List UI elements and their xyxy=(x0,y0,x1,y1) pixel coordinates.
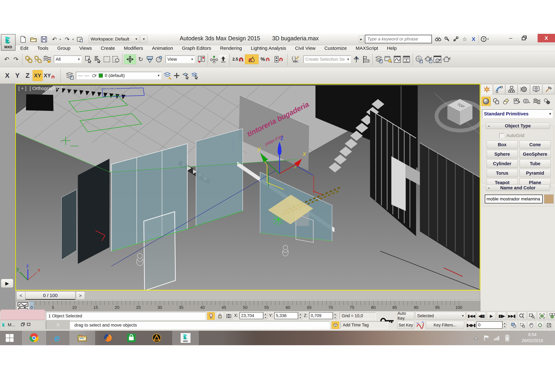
absolute-offset-mode-icon[interactable] xyxy=(225,312,233,320)
window-crossing-toggle-icon[interactable] xyxy=(111,54,121,64)
tab-utilities[interactable] xyxy=(542,84,555,94)
select-and-rotate-icon[interactable]: ↻ xyxy=(136,54,145,64)
manage-layers-icon[interactable] xyxy=(374,54,384,64)
workspace-dropdown[interactable]: Workspace: Default ▾ xyxy=(89,35,139,43)
primitive-button[interactable]: Cone xyxy=(519,141,551,149)
current-frame-field[interactable]: 0 xyxy=(476,321,503,329)
exchange-apps-icon[interactable]: X xyxy=(470,35,477,43)
render-setup-icon[interactable] xyxy=(424,54,433,64)
favorites-star-icon[interactable]: ☆ xyxy=(461,35,469,43)
battery-icon[interactable] xyxy=(503,331,512,345)
listener-close-button[interactable]: X xyxy=(46,320,70,330)
menu-item[interactable]: Group xyxy=(57,45,70,51)
use-pivot-point-center-icon[interactable] xyxy=(197,54,206,64)
redo-dropdown-caret-icon[interactable]: ▾ xyxy=(72,38,74,41)
key-mode-toggle-icon[interactable]: ▮◀▶▮ xyxy=(466,321,475,329)
time-configuration-icon[interactable] xyxy=(510,321,517,329)
keyboard-shortcut-override-icon[interactable] xyxy=(219,54,228,64)
app-menu-button[interactable]: MXD xyxy=(1,34,15,50)
mini-curve-editor-button[interactable] xyxy=(16,302,30,310)
primitive-category-dropdown[interactable]: Standard Primitives ▾ xyxy=(482,109,553,118)
selection-lock-icon[interactable] xyxy=(216,312,224,320)
category-cameras-icon[interactable] xyxy=(512,97,521,106)
y-coord-field[interactable]: 5,336 xyxy=(274,312,298,319)
zoom-extents-all-icon[interactable] xyxy=(548,312,555,320)
primitive-button[interactable]: Tube xyxy=(519,159,551,168)
help-icon[interactable]: ? xyxy=(480,35,488,43)
select-and-move-icon[interactable] xyxy=(124,54,136,64)
previous-key-icon[interactable]: ◀▮▮ xyxy=(477,312,486,320)
project-folder-icon[interactable] xyxy=(76,35,84,43)
angle-snap-toggle-icon[interactable] xyxy=(245,54,258,64)
primitive-button[interactable]: Sphere xyxy=(487,150,518,158)
go-to-end-icon[interactable]: ▶▶▮ xyxy=(507,312,516,320)
select-and-manipulate-icon[interactable] xyxy=(154,54,164,64)
tab-motion[interactable] xyxy=(518,84,530,94)
primitive-button[interactable]: GeoSphere xyxy=(519,150,551,158)
named-selection-sets-dropdown[interactable]: Create Selection Se ▾ xyxy=(303,56,351,63)
curve-editor-icon[interactable] xyxy=(393,54,402,64)
spinner-snap-toggle-icon[interactable] xyxy=(272,54,286,64)
menu-item[interactable]: Views xyxy=(79,45,92,51)
snap-use-axis-constraints-button[interactable]: XY xyxy=(43,70,56,81)
restrict-z-button[interactable]: Z xyxy=(22,70,33,81)
material-editor-icon[interactable] xyxy=(415,54,424,64)
key-filter-selected-dropdown[interactable]: Selected ▾ xyxy=(416,312,466,320)
expand-panel-button[interactable]: ▶ xyxy=(1,279,13,288)
menu-item[interactable]: MAXScript xyxy=(356,45,378,51)
listener-titlebar[interactable]: M... xyxy=(0,320,46,330)
object-type-header[interactable]: - Object Type xyxy=(486,123,550,129)
undo-icon[interactable]: ↶ xyxy=(50,35,58,43)
select-object-icon[interactable] xyxy=(84,54,93,64)
name-color-header[interactable]: - Name and Color xyxy=(486,185,550,191)
viewport-shading-label[interactable]: [ Shaded + Edged Faces ] xyxy=(66,86,121,91)
align-icon[interactable] xyxy=(362,54,371,64)
add-selection-to-layer-icon[interactable] xyxy=(172,71,181,80)
isolate-selection-lightbulb-icon[interactable] xyxy=(207,312,215,320)
undo-scene-icon[interactable]: ↶ xyxy=(2,54,11,64)
communication-center-icon[interactable] xyxy=(452,35,460,43)
previous-frame-button[interactable]: < xyxy=(16,292,25,300)
taskbar-aimp[interactable] xyxy=(146,331,168,345)
taskbar-firefox[interactable] xyxy=(98,331,118,345)
zoom-value-icon[interactable] xyxy=(517,312,526,320)
taskbar-file-explorer[interactable] xyxy=(70,331,95,345)
start-button[interactable] xyxy=(2,331,17,345)
active-layer-dropdown[interactable]: — — 0 (default) ▾ xyxy=(76,72,161,79)
listener-restore-icon[interactable] xyxy=(21,322,25,327)
select-and-manipulate-mode-icon[interactable] xyxy=(210,54,219,64)
search-binoculars-icon[interactable] xyxy=(434,35,442,43)
tab-display[interactable] xyxy=(530,84,542,94)
menu-item[interactable]: Animation xyxy=(152,45,173,51)
create-new-layer-icon[interactable] xyxy=(163,71,172,80)
isolate-selection-toggle-icon[interactable] xyxy=(332,321,339,329)
category-lights-icon[interactable] xyxy=(502,97,511,106)
select-by-name-icon[interactable] xyxy=(93,54,102,64)
menu-item[interactable]: Civil View xyxy=(295,45,315,51)
schematic-view-icon[interactable] xyxy=(402,54,411,64)
rectangular-selection-region-icon[interactable] xyxy=(102,54,111,64)
zoom-horizontal-extents-icon[interactable] xyxy=(527,312,536,320)
layer-manager-icon[interactable] xyxy=(65,71,74,80)
tab-hierarchy[interactable] xyxy=(505,84,518,94)
select-objects-in-layer-icon[interactable] xyxy=(181,71,190,80)
y-spinner[interactable]: ▲▼ xyxy=(298,312,302,319)
listener-macro-pane[interactable] xyxy=(1,309,45,320)
menu-item[interactable]: Modifiers xyxy=(124,45,143,51)
restrict-y-button[interactable]: Y xyxy=(12,70,22,81)
default-in-out-tangents-icon[interactable] xyxy=(416,321,424,329)
taskbar-internet-explorer[interactable]: e xyxy=(47,331,66,345)
z-spinner[interactable]: ▲▼ xyxy=(333,312,337,319)
edit-named-selection-sets-icon[interactable]: { } ABC xyxy=(289,54,302,64)
select-and-link-icon[interactable] xyxy=(24,54,33,64)
new-file-icon[interactable] xyxy=(19,35,27,43)
key-filters-button[interactable]: Key Filters... xyxy=(426,321,464,329)
time-slider-button[interactable]: 0 / 100 xyxy=(25,292,75,300)
z-coord-field[interactable]: 0,709 xyxy=(309,312,333,319)
x-coord-field[interactable]: 23,704 xyxy=(240,312,263,319)
open-file-icon[interactable] xyxy=(29,35,38,43)
x-spinner[interactable]: ▲▼ xyxy=(263,312,267,319)
object-name-input[interactable] xyxy=(485,195,543,203)
tab-modify[interactable] xyxy=(493,84,505,94)
orbit-icon[interactable] xyxy=(536,321,544,329)
